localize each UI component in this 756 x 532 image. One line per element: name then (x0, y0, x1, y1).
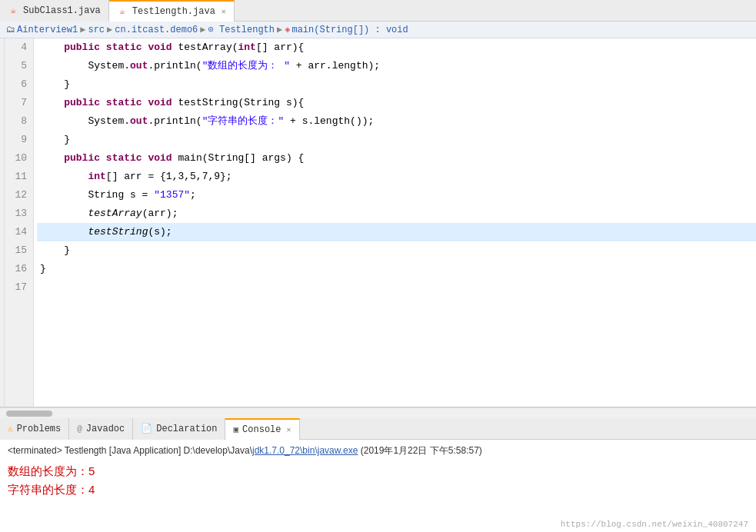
breadcrumb-class[interactable]: ⊙ Testlength (208, 24, 275, 35)
close-icon[interactable]: ✕ (221, 7, 226, 16)
scrollbar-thumb[interactable] (6, 411, 52, 417)
code-line-12: String s = "1357"; (37, 186, 756, 204)
tab-problems[interactable]: ⚠ Problems (0, 418, 69, 440)
tab-declaration-label: Declaration (156, 424, 217, 434)
code-line-4: public static void testArray(int[] arr){ (37, 38, 756, 57)
line-numbers: 4 5 6 7 8 9 10 11 12 13 14 15 16 17 (5, 38, 34, 407)
problems-icon: ⚠ (8, 424, 13, 434)
code-line-10: public static void main(String[] args) { (37, 149, 756, 168)
code-line-16: } (37, 260, 756, 278)
breadcrumb-src[interactable]: src (88, 25, 105, 35)
code-line-14: testString(s); (37, 223, 756, 241)
console-area: <terminated> Testlength [Java Applicatio… (0, 440, 756, 532)
tab-testlength[interactable]: ☕ Testlength.java ✕ (109, 0, 235, 22)
code-line-5: System.out.println("数组的长度为： " + arr.leng… (37, 57, 756, 75)
console-output: 数组的长度为：5 字符串的长度：4 (8, 462, 748, 499)
bottom-tab-bar: ⚠ Problems @ Javadoc 📄 Declaration ▣ Con… (0, 418, 756, 440)
code-line-6: } (37, 75, 756, 94)
console-output-line-1: 数组的长度为：5 (8, 462, 748, 480)
tab-javadoc-label: Javadoc (86, 424, 125, 434)
code-line-8: System.out.println("字符串的长度：" + s.length(… (37, 112, 756, 131)
tab-declaration[interactable]: 📄 Declaration (133, 418, 225, 440)
tab-problems-label: Problems (17, 424, 62, 434)
tab-subclass[interactable]: ☕ SubClass1.java (0, 0, 109, 22)
code-line-13: testArray(arr); (37, 204, 756, 223)
breadcrumb-method[interactable]: main(String[]) : void (291, 25, 408, 35)
code-line-11: int[] arr = {1,3,5,7,9}; (37, 168, 756, 186)
tab-console[interactable]: ▣ Console ✕ (225, 418, 299, 440)
code-line-7: public static void testString(String s){ (37, 94, 756, 112)
code-line-15: } (37, 241, 756, 260)
code-line-9: } (37, 131, 756, 149)
code-content[interactable]: public static void testArray(int[] arr){… (34, 38, 756, 407)
breadcrumb-project[interactable]: Ainterview1 (17, 25, 78, 35)
console-close-icon[interactable]: ✕ (287, 425, 291, 434)
tab-bar: ☕ SubClass1.java ☕ Testlength.java ✕ (0, 0, 756, 22)
tab-testlength-label: Testlength.java (132, 6, 215, 17)
declaration-icon: 📄 (141, 423, 152, 434)
breadcrumb-package[interactable]: cn.itcast.demo6 (115, 25, 198, 35)
horizontal-scrollbar[interactable] (0, 407, 756, 418)
java-file-icon-active: ☕ (117, 6, 128, 17)
javadoc-icon: @ (77, 424, 82, 434)
bottom-panel: ⚠ Problems @ Javadoc 📄 Declaration ▣ Con… (0, 418, 756, 532)
tab-console-label: Console (242, 424, 281, 435)
code-line-17 (37, 278, 756, 297)
console-output-line-2: 字符串的长度：4 (8, 480, 748, 499)
tab-javadoc[interactable]: @ Javadoc (69, 418, 133, 440)
tab-subclass-label: SubClass1.java (23, 5, 101, 16)
editor-area: 4 5 6 7 8 9 10 11 12 13 14 15 16 17 publ… (0, 38, 756, 407)
console-icon: ▣ (233, 424, 238, 434)
console-terminated-line: <terminated> Testlength [Java Applicatio… (8, 444, 748, 457)
console-footer: https://blog.csdn.net/weixin_40807247 (561, 520, 748, 529)
breadcrumb-method-icon: ◈ (285, 24, 290, 35)
breadcrumb-icon: 🗂 (6, 24, 15, 35)
breadcrumb: 🗂 Ainterview1 ▶ src ▶ cn.itcast.demo6 ▶ … (0, 22, 756, 38)
java-file-icon: ☕ (8, 5, 18, 16)
